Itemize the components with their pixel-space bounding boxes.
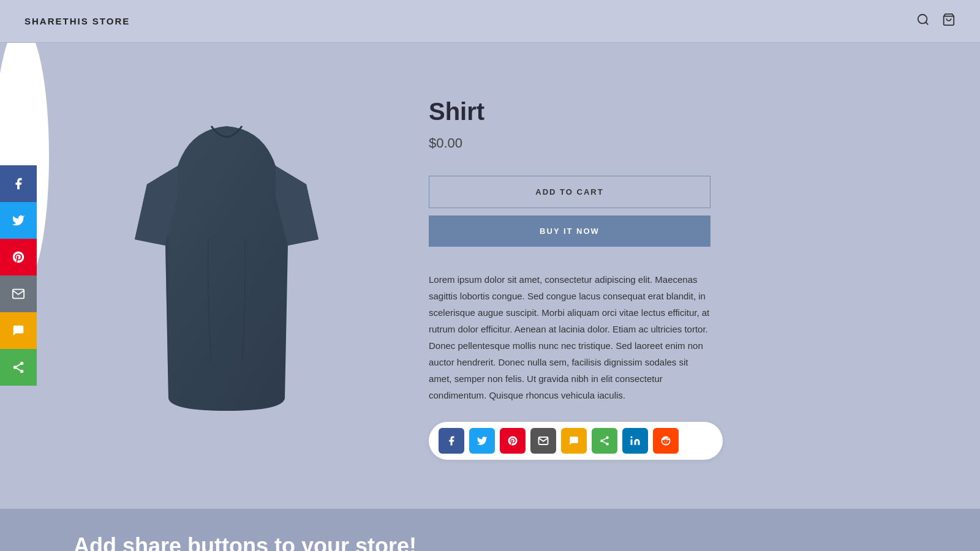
- svg-line-6: [17, 368, 20, 370]
- sidebar-pinterest-button[interactable]: [0, 239, 37, 276]
- svg-point-14: [631, 437, 633, 438]
- main-content: Shirt $0.00 ADD TO CART BUY IT NOW Lorem…: [0, 43, 980, 497]
- svg-point-0: [918, 15, 927, 24]
- product-image-area: [74, 80, 380, 460]
- product-description: Lorem ipsum dolor sit amet, consectetur …: [429, 271, 710, 403]
- bottom-banner: Add share buttons to your store!: [0, 509, 980, 551]
- svg-point-3: [20, 362, 24, 365]
- sidebar-facebook-button[interactable]: [0, 165, 37, 202]
- buy-now-button[interactable]: BUY IT NOW: [429, 216, 710, 247]
- product-title: Shirt: [429, 98, 907, 126]
- sidebar-share-buttons: [0, 165, 37, 386]
- header: SHARETHIS STORE: [0, 0, 980, 43]
- search-icon[interactable]: [916, 13, 930, 29]
- product-price: $0.00: [429, 135, 907, 151]
- inline-facebook-button[interactable]: [439, 428, 464, 454]
- sidebar-sharethis-button[interactable]: [0, 349, 37, 386]
- inline-linkedin-button[interactable]: [622, 428, 648, 454]
- sidebar-email-button[interactable]: [0, 276, 37, 312]
- cart-icon[interactable]: [942, 13, 956, 29]
- svg-point-10: [606, 443, 609, 446]
- svg-line-7: [17, 364, 20, 367]
- banner-text: Add share buttons to your store!: [74, 533, 907, 551]
- svg-point-4: [13, 365, 17, 369]
- inline-share-buttons: [429, 422, 723, 460]
- inline-email-button[interactable]: [530, 428, 556, 454]
- sidebar-sms-button[interactable]: [0, 312, 37, 349]
- inline-sharethis-button[interactable]: [592, 428, 617, 454]
- store-logo: SHARETHIS STORE: [24, 16, 130, 26]
- inline-twitter-button[interactable]: [469, 428, 495, 454]
- inline-sms-button[interactable]: [561, 428, 587, 454]
- svg-point-17: [666, 441, 668, 442]
- header-icons: [916, 13, 956, 29]
- product-image: [110, 111, 343, 429]
- svg-point-16: [664, 441, 665, 442]
- svg-line-12: [603, 438, 606, 440]
- product-details: Shirt $0.00 ADD TO CART BUY IT NOW Lorem…: [429, 80, 907, 460]
- add-to-cart-button[interactable]: ADD TO CART: [429, 176, 710, 208]
- inline-pinterest-button[interactable]: [500, 428, 526, 454]
- svg-line-1: [925, 22, 928, 24]
- svg-point-9: [600, 440, 603, 443]
- svg-line-11: [603, 441, 606, 443]
- svg-point-5: [20, 370, 24, 373]
- shirt-svg: [116, 117, 337, 423]
- svg-point-8: [606, 437, 609, 440]
- sidebar-twitter-button[interactable]: [0, 202, 37, 239]
- svg-rect-13: [631, 440, 633, 445]
- inline-reddit-button[interactable]: [653, 428, 679, 454]
